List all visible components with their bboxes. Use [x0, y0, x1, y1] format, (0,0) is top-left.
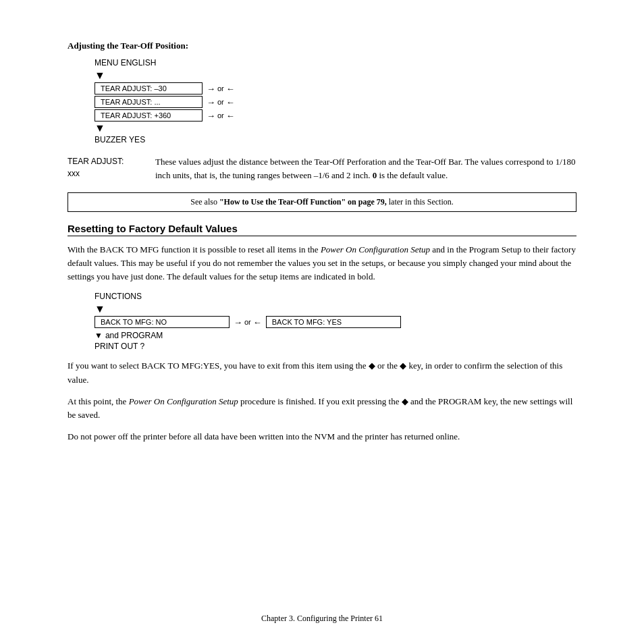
or-arrows-2: → or ← — [207, 97, 235, 107]
arrow-down-icon-3: ▼ — [95, 304, 576, 315]
left-arrow-icon-2: ← — [226, 97, 235, 107]
down-arrow-program: ▼ — [95, 331, 103, 340]
tear-adjust-rows: TEAR ADJUST: –30 → or ← TEAR ADJUST: ...… — [95, 82, 576, 122]
section-reset: Resetting to Factory Default Values With… — [68, 223, 576, 444]
or-arrows-3: → or ← — [207, 111, 235, 121]
or-text-2: or — [217, 98, 224, 106]
left-arrow-icon-3: ← — [226, 111, 235, 121]
back-no-box: BACK TO MFG: NO — [95, 316, 230, 328]
back-yes-box: BACK TO MFG: YES — [266, 316, 401, 328]
tear-row-1: TEAR ADJUST: –30 → or ← — [95, 82, 576, 95]
page-footer: Chapter 3. Configuring the Printer 61 — [0, 614, 644, 624]
right-arrow-back: → — [234, 317, 242, 327]
tear-box-1: TEAR ADJUST: –30 — [95, 82, 203, 95]
arrow-down-icon: ▼ — [95, 70, 576, 81]
see-also-box: See also "How to Use the Tear-Off Functi… — [68, 192, 576, 212]
functions-label: FUNCTIONS — [95, 292, 576, 301]
tear-row-2: TEAR ADJUST: ... → or ← — [95, 96, 576, 108]
see-also-link: "How to Use the Tear-Off Function" on pa… — [219, 197, 387, 207]
print-out-label: PRINT OUT ? — [95, 342, 576, 351]
and-program-row: ▼ and PROGRAM — [95, 331, 576, 340]
see-also-suffix: later in this Section. — [387, 197, 454, 207]
tear-description: TEAR ADJUST: xxx These values adjust the… — [68, 155, 576, 182]
arrow-down-icon-2: ▼ — [95, 123, 576, 134]
left-arrow-icon-1: ← — [226, 84, 235, 94]
page-content: Adjusting the Tear-Off Position: MENU EN… — [0, 0, 644, 506]
right-arrow-icon-2: → — [207, 97, 215, 107]
right-arrow-icon-1: → — [207, 84, 215, 94]
italic-text-2: Power On Configuration Setup — [129, 396, 238, 406]
see-also-prefix: See also — [190, 197, 219, 207]
desc-label: TEAR ADJUST: xxx — [68, 155, 155, 182]
menu-label: MENU ENGLISH — [95, 58, 576, 68]
right-arrow-icon-3: → — [207, 111, 215, 121]
or-arrows-back: → or ← — [234, 317, 262, 327]
section1-title: Adjusting the Tear-Off Position: — [68, 41, 576, 51]
tear-box-3: TEAR ADJUST: +360 — [95, 109, 203, 122]
tear-row-3: TEAR ADJUST: +360 → or ← — [95, 109, 576, 122]
section2-para2: If you want to select BACK TO MFG:YES, y… — [68, 359, 576, 386]
desc-label-line2: xxx — [68, 169, 80, 178]
or-text-1: or — [217, 84, 224, 92]
section2-para4: Do not power off the printer before all … — [68, 430, 576, 444]
or-arrows-1: → or ← — [207, 84, 235, 94]
and-program-text: and PROGRAM — [105, 331, 163, 340]
section2-para3: At this point, the Power On Configuratio… — [68, 395, 576, 422]
section-tear-off: Adjusting the Tear-Off Position: MENU EN… — [68, 41, 576, 212]
back-to-mfg-row: BACK TO MFG: NO → or ← BACK TO MFG: YES — [95, 316, 576, 328]
desc-text: These values adjust the distance between… — [155, 155, 576, 182]
or-text-3: or — [217, 111, 224, 119]
section2-para1: With the BACK TO MFG function it is poss… — [68, 243, 576, 284]
footer-text: Chapter 3. Configuring the Printer 61 — [261, 614, 383, 624]
or-text-back: or — [244, 318, 251, 326]
section2-heading: Resetting to Factory Default Values — [68, 223, 576, 236]
desc-label-line1: TEAR ADJUST: — [68, 157, 124, 166]
tear-box-2: TEAR ADJUST: ... — [95, 96, 203, 108]
buzzer-label: BUZZER YES — [95, 135, 576, 144]
italic-text-1: Power On Configuration Setup — [321, 244, 430, 254]
left-arrow-back: ← — [253, 317, 262, 327]
